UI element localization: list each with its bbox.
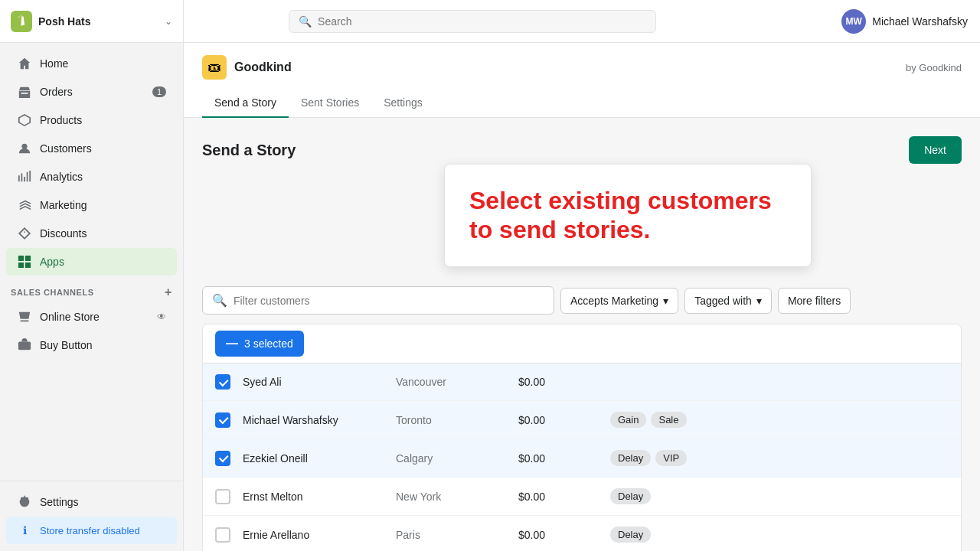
add-sales-channel-icon[interactable]: + [165, 285, 172, 299]
selected-count-label: 3 selected [244, 337, 293, 350]
home-icon [17, 56, 32, 71]
tag-sale: Sale [651, 412, 686, 428]
tagged-with-label: Tagged with [694, 295, 752, 307]
customer-table: — 3 selected Syed Ali Vancouver $0.00 Mi… [202, 324, 962, 551]
sidebar-header: Posh Hats ⌄ [0, 0, 183, 43]
svg-rect-4 [25, 262, 31, 268]
customer-amount: $0.00 [518, 529, 610, 541]
filter-search-icon: 🔍 [212, 293, 227, 308]
customer-name: Ezekiel Oneill [243, 452, 396, 465]
table-row: Michael Warshafsky Toronto $0.00 Gain Sa… [203, 401, 961, 439]
app-by: by Goodkind [906, 62, 962, 73]
search-bar[interactable]: 🔍 [289, 10, 656, 33]
customer-city: Calgary [396, 452, 518, 465]
svg-point-0 [21, 144, 27, 149]
tag-delay: Delay [610, 527, 651, 543]
page-header: Send a Story Next [202, 136, 962, 164]
page-title: Send a Story [202, 142, 909, 159]
online-store-icon [17, 309, 32, 324]
sidebar-item-online-store[interactable]: Online Store 👁 [6, 303, 177, 331]
row-checkbox-michael[interactable] [215, 412, 230, 428]
more-filters-button[interactable]: More filters [778, 288, 851, 314]
deselect-icon: — [226, 337, 238, 350]
sidebar-item-customers[interactable]: Customers [6, 135, 177, 162]
app-header: 🎟 Goodkind by Goodkind Send a Story Sent… [184, 43, 980, 118]
store-chevron-icon[interactable]: ⌄ [165, 16, 172, 27]
tab-settings[interactable]: Settings [371, 89, 435, 118]
sidebar-item-discounts-label: Discounts [40, 227, 87, 240]
row-checkbox-syed-ali[interactable] [215, 374, 230, 390]
page-content: Send a Story Next Select existing custom… [184, 118, 980, 551]
online-store-label: Online Store [40, 311, 100, 323]
main-content: 🔍 MW Michael Warshafsky 🎟 Goodkind by Go… [184, 0, 980, 551]
products-icon [17, 112, 32, 128]
topbar: 🔍 MW Michael Warshafsky [184, 0, 980, 43]
sidebar-item-analytics[interactable]: Analytics [6, 163, 177, 191]
filter-bar: 🔍 Accepts Marketing ▾ Tagged with ▾ More… [202, 286, 962, 315]
customer-section: 🔍 Accepts Marketing ▾ Tagged with ▾ More… [202, 286, 962, 551]
tag-gain: Gain [610, 412, 646, 428]
marketing-icon [17, 197, 32, 213]
more-filters-label: More filters [788, 295, 841, 307]
accepts-marketing-filter[interactable]: Accepts Marketing ▾ [560, 288, 678, 314]
sidebar-nav: Home Orders 1 Products Customers Analy [0, 43, 183, 481]
svg-rect-2 [25, 256, 31, 261]
table-row: Ernie Arellano Paris $0.00 Delay [203, 516, 961, 551]
svg-rect-5 [18, 342, 31, 350]
sidebar-item-home[interactable]: Home [6, 50, 177, 77]
shopify-logo [11, 11, 32, 32]
app-title: Goodkind [234, 60, 906, 74]
sidebar-item-buy-button[interactable]: Buy Button [6, 331, 177, 359]
next-button[interactable]: Next [909, 136, 962, 164]
tagged-with-filter[interactable]: Tagged with ▾ [684, 288, 772, 314]
selected-badge[interactable]: — 3 selected [215, 331, 304, 357]
sidebar-item-marketing-label: Marketing [40, 199, 87, 211]
sidebar-item-apps[interactable]: Apps [6, 248, 177, 276]
search-input[interactable] [318, 15, 646, 28]
row-checkbox-ezekiel[interactable] [215, 451, 230, 466]
apps-icon [17, 254, 32, 269]
customer-tags: Delay [610, 488, 949, 504]
sidebar-item-discounts[interactable]: Discounts [6, 220, 177, 247]
sales-channels-section: SALES CHANNELS + [0, 276, 183, 302]
sidebar-item-products[interactable]: Products [6, 106, 177, 134]
sidebar-item-analytics-label: Analytics [40, 171, 83, 183]
sidebar-bottom: Settings ℹ Store transfer disabled [0, 481, 183, 551]
app-icon: 🎟 [202, 55, 227, 80]
sidebar-item-orders[interactable]: Orders 1 [6, 78, 177, 106]
avatar: MW [841, 9, 866, 34]
tag-vip: VIP [655, 450, 687, 466]
sidebar-item-settings[interactable]: Settings [6, 488, 177, 516]
store-transfer-label: Store transfer disabled [40, 525, 140, 536]
customer-name: Ernst Melton [243, 491, 396, 503]
svg-rect-3 [18, 262, 24, 268]
customer-amount: $0.00 [518, 414, 610, 426]
buy-button-icon [17, 337, 32, 353]
customer-amount: $0.00 [518, 491, 610, 503]
row-checkbox-ernie[interactable] [215, 527, 230, 543]
accepts-marketing-chevron: ▾ [663, 295, 668, 307]
selected-row-container: — 3 selected [203, 324, 961, 364]
customer-tags: Delay VIP [610, 450, 949, 466]
sidebar-item-store-transfer[interactable]: ℹ Store transfer disabled [6, 517, 177, 544]
tagged-with-chevron: ▾ [756, 295, 762, 307]
online-store-visibility-icon: 👁 [157, 311, 166, 322]
customer-city: Paris [396, 529, 518, 541]
orders-icon [17, 84, 32, 99]
settings-icon [17, 494, 32, 510]
filter-search-container[interactable]: 🔍 [202, 286, 554, 315]
analytics-icon [17, 169, 32, 184]
filter-customers-input[interactable] [234, 295, 544, 307]
tab-sent-stories[interactable]: Sent Stories [289, 89, 371, 118]
sidebar-item-home-label: Home [40, 57, 68, 70]
sidebar-item-products-label: Products [40, 114, 82, 126]
sales-channels-title: SALES CHANNELS [11, 288, 94, 297]
row-checkbox-ernst[interactable] [215, 489, 230, 504]
sidebar-item-customers-label: Customers [40, 142, 92, 155]
table-row: Syed Ali Vancouver $0.00 [203, 364, 961, 401]
search-icon: 🔍 [299, 15, 312, 28]
tab-send-story[interactable]: Send a Story [202, 89, 289, 118]
customer-amount: $0.00 [518, 452, 610, 465]
sidebar-item-marketing[interactable]: Marketing [6, 191, 177, 219]
customer-city: Toronto [396, 414, 518, 426]
